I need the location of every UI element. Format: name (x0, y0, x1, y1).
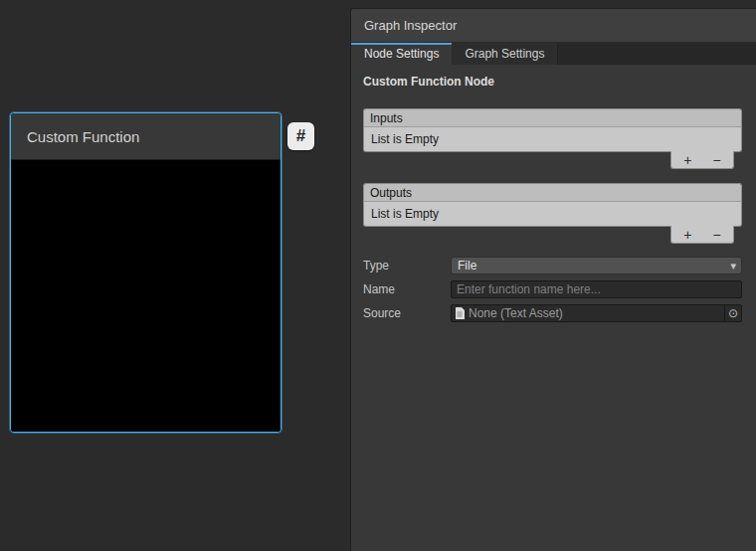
object-picker-button[interactable]: ⊙ (724, 305, 741, 321)
inputs-add-button[interactable]: + (674, 152, 700, 168)
node-header[interactable]: Custom Function (11, 113, 281, 160)
object-picker-icon: ⊙ (728, 306, 738, 320)
tab-graph-settings[interactable]: Graph Settings (452, 43, 558, 65)
function-name-input[interactable] (451, 280, 742, 298)
type-dropdown-value: File (458, 259, 476, 273)
hash-icon: # (296, 126, 305, 146)
graph-inspector-panel: Graph Inspector Node Settings Graph Sett… (350, 8, 756, 551)
node-preview-body (11, 161, 281, 432)
tab-node-settings-label: Node Settings (364, 47, 439, 61)
outputs-list-empty-row: List is Empty (363, 202, 742, 227)
inputs-list: Inputs List is Empty + − (363, 108, 742, 169)
type-label: Type (363, 259, 451, 273)
inputs-list-header: Inputs (363, 108, 742, 127)
source-object-field[interactable]: None (Text Asset) ⊙ (451, 304, 742, 322)
inspector-title-bar[interactable]: Graph Inspector (351, 9, 756, 43)
source-row: Source None (Text Asset) ⊙ (363, 304, 742, 322)
outputs-list-footer: + − (670, 226, 734, 244)
chevron-down-icon: ▾ (730, 259, 736, 274)
custom-function-node[interactable]: Custom Function (10, 112, 282, 433)
type-dropdown[interactable]: File ▾ (451, 257, 742, 275)
source-label: Source (363, 306, 451, 320)
section-title: Custom Function Node (363, 75, 742, 89)
outputs-remove-button[interactable]: − (704, 227, 730, 243)
text-asset-icon (455, 307, 465, 319)
inputs-list-footer: + − (670, 151, 734, 169)
source-object-value: None (Text Asset) (469, 306, 724, 320)
hash-badge[interactable]: # (287, 122, 314, 150)
outputs-list-header: Outputs (363, 183, 742, 202)
type-row: Type File ▾ (363, 257, 742, 275)
outputs-list: Outputs List is Empty + − (363, 183, 742, 244)
node-title: Custom Function (27, 128, 139, 145)
tab-graph-settings-label: Graph Settings (465, 47, 544, 61)
inputs-list-empty-row: List is Empty (363, 127, 742, 152)
outputs-add-button[interactable]: + (674, 227, 700, 243)
inspector-tabbar: Node Settings Graph Settings (351, 43, 756, 65)
inspector-title: Graph Inspector (364, 18, 457, 33)
inspector-content: Custom Function Node Inputs List is Empt… (351, 75, 756, 322)
name-row: Name (363, 280, 742, 298)
tab-node-settings[interactable]: Node Settings (351, 43, 452, 65)
name-label: Name (363, 282, 451, 296)
inputs-remove-button[interactable]: − (704, 152, 730, 168)
node-settings-form: Type File ▾ Name Source (363, 257, 742, 322)
